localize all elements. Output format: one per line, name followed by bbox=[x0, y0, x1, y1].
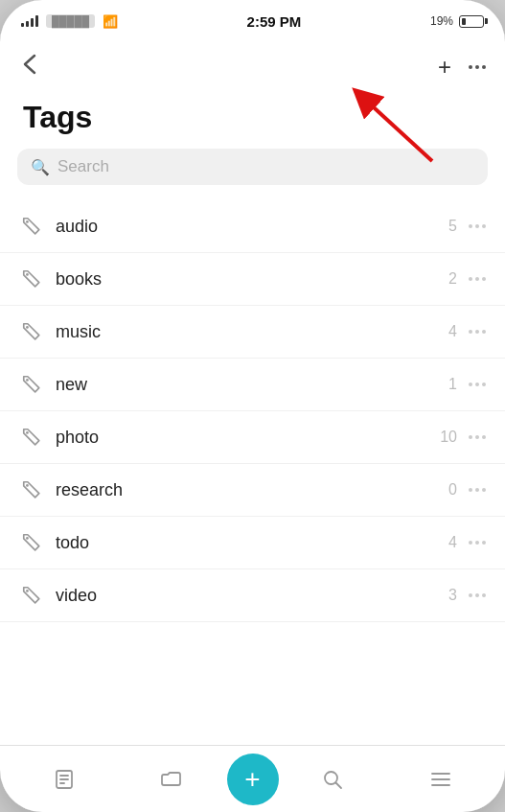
page-title: Tags bbox=[0, 92, 505, 149]
tag-item[interactable]: research 0 bbox=[0, 464, 505, 517]
tag-count: 2 bbox=[448, 270, 457, 288]
tag-name: photo bbox=[56, 428, 434, 448]
notes-icon bbox=[53, 768, 76, 791]
status-time: 2:59 PM bbox=[247, 13, 302, 30]
tag-icon bbox=[19, 319, 44, 344]
tag-count: 1 bbox=[448, 376, 457, 393]
tag-count: 10 bbox=[440, 429, 457, 446]
search-placeholder: Search bbox=[57, 157, 109, 176]
tag-name: new bbox=[56, 375, 443, 395]
svg-point-7 bbox=[26, 537, 29, 540]
svg-point-3 bbox=[26, 326, 29, 329]
tag-list: audio 5 books 2 bbox=[0, 200, 505, 622]
status-left: █████ 📶 bbox=[21, 14, 118, 29]
page-content: Tags 🔍 Search audio 5 bbox=[0, 92, 505, 745]
nav-actions: + bbox=[438, 54, 486, 81]
tag-count: 4 bbox=[448, 323, 457, 340]
search-icon: 🔍 bbox=[31, 158, 50, 176]
back-button[interactable] bbox=[19, 50, 40, 84]
svg-point-6 bbox=[26, 484, 29, 487]
tag-icon bbox=[19, 425, 44, 450]
tag-more-button[interactable] bbox=[457, 379, 486, 390]
tag-name: books bbox=[56, 269, 443, 290]
tag-name: audio bbox=[56, 217, 443, 237]
signal-icon bbox=[21, 15, 38, 27]
svg-point-5 bbox=[26, 431, 29, 434]
tag-item[interactable]: video 3 bbox=[0, 569, 505, 622]
menu-icon bbox=[429, 768, 452, 791]
tag-more-button[interactable] bbox=[457, 590, 486, 601]
tag-icon bbox=[19, 530, 44, 555]
tag-icon bbox=[19, 372, 44, 397]
svg-point-2 bbox=[26, 273, 29, 276]
tag-icon bbox=[19, 267, 44, 291]
tag-item[interactable]: photo 10 bbox=[0, 411, 505, 464]
tag-count: 3 bbox=[448, 587, 457, 604]
tag-more-button[interactable] bbox=[457, 537, 486, 548]
tab-notes[interactable] bbox=[10, 760, 118, 799]
tag-count: 5 bbox=[448, 218, 457, 235]
more-options-button[interactable] bbox=[469, 65, 486, 69]
nav-bar: + bbox=[0, 42, 505, 92]
battery-icon bbox=[459, 15, 484, 28]
tag-more-button[interactable] bbox=[457, 484, 486, 496]
tag-more-button[interactable] bbox=[457, 273, 486, 285]
tag-item[interactable]: new 1 bbox=[0, 359, 505, 411]
phone-frame: █████ 📶 2:59 PM 19% + bbox=[0, 0, 505, 812]
battery-percent: 19% bbox=[430, 14, 453, 28]
tag-name: music bbox=[56, 322, 443, 342]
tag-more-button[interactable] bbox=[457, 431, 486, 443]
svg-point-8 bbox=[26, 590, 29, 592]
tag-item[interactable]: audio 5 bbox=[0, 200, 505, 253]
battery-fill bbox=[462, 18, 466, 25]
svg-line-14 bbox=[336, 782, 342, 788]
tag-icon bbox=[19, 214, 44, 239]
tag-icon bbox=[19, 477, 44, 502]
tag-name: research bbox=[56, 480, 443, 500]
tab-search[interactable] bbox=[279, 760, 387, 799]
tag-more-button[interactable] bbox=[457, 220, 486, 232]
add-tag-button[interactable]: + bbox=[438, 54, 451, 81]
tag-item[interactable]: music 4 bbox=[0, 306, 505, 359]
tab-folders[interactable] bbox=[118, 760, 226, 799]
svg-point-1 bbox=[26, 220, 29, 223]
status-bar: █████ 📶 2:59 PM 19% bbox=[0, 0, 505, 42]
status-right: 19% bbox=[430, 14, 484, 28]
tag-count: 0 bbox=[448, 481, 457, 499]
tag-icon bbox=[19, 583, 44, 608]
tab-add-button[interactable]: + bbox=[227, 754, 279, 805]
tag-item[interactable]: todo 4 bbox=[0, 517, 505, 569]
search-tab-icon bbox=[321, 768, 344, 791]
tag-name: todo bbox=[56, 533, 443, 553]
tag-more-button[interactable] bbox=[457, 326, 486, 337]
add-icon: + bbox=[244, 766, 260, 793]
tag-item[interactable]: books 2 bbox=[0, 253, 505, 306]
tag-name: video bbox=[56, 586, 443, 606]
search-bar[interactable]: 🔍 Search bbox=[17, 149, 488, 185]
folders-icon bbox=[161, 768, 184, 791]
carrier-label: █████ bbox=[46, 14, 95, 28]
wifi-icon: 📶 bbox=[103, 14, 118, 29]
tab-bar: + bbox=[0, 745, 505, 812]
tab-menu[interactable] bbox=[387, 760, 495, 799]
tag-count: 4 bbox=[448, 534, 457, 551]
svg-point-4 bbox=[26, 379, 29, 382]
